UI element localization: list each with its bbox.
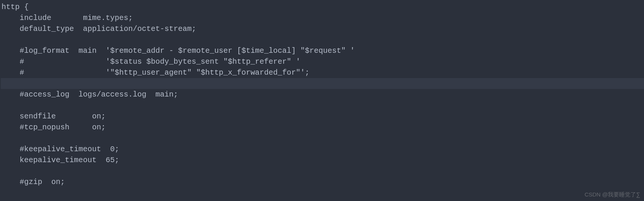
code-line: sendfile on; <box>1 111 644 122</box>
code-line: #log_format main '$remote_addr - $remote… <box>1 45 644 56</box>
code-line: #tcp_nopush on; <box>1 122 644 133</box>
code-line: include mime.types; <box>1 12 644 23</box>
code-line: # '$status $body_bytes_sent "$http_refer… <box>1 56 644 67</box>
code-line: #gzip on; <box>1 176 644 187</box>
code-line: http { <box>1 2 644 12</box>
code-line <box>1 100 644 111</box>
code-line <box>1 78 644 89</box>
watermark-text: CSDN @我要睡觉了∑ <box>584 190 640 199</box>
code-line <box>1 166 644 176</box>
code-line: #access_log logs/access.log main; <box>1 89 644 100</box>
code-line: default_type application/octet-stream; <box>1 23 644 34</box>
code-block: http { include mime.types; default_type … <box>0 0 644 187</box>
code-line <box>1 133 644 144</box>
code-line: # '"$http_user_agent" "$http_x_forwarded… <box>1 67 644 78</box>
code-line <box>1 34 644 45</box>
code-line: keepalive_timeout 65; <box>1 155 644 166</box>
code-line: #keepalive_timeout 0; <box>1 144 644 155</box>
